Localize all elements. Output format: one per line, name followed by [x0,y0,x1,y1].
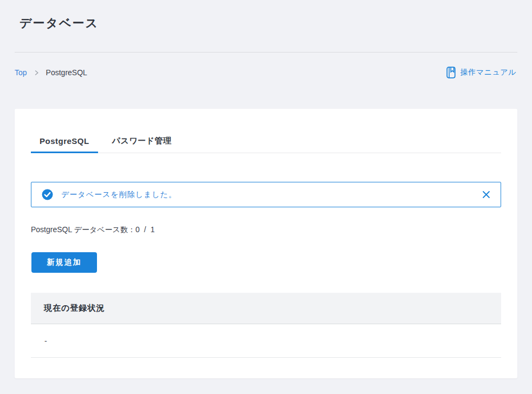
database-count-current: 0 [135,225,140,234]
table-header: 現在の登録状況 [31,293,501,324]
success-alert: データベースを削除しました。 [31,182,501,207]
tab-password-management-label: パスワード管理 [112,136,172,146]
alert-message: データベースを削除しました。 [61,190,177,200]
database-count: PostgreSQL データベース数： 0 / 1 [31,225,501,235]
database-count-separator: / [144,225,146,234]
table-row: - [31,324,501,358]
page-header: データベース [0,0,532,52]
tab-bar: PostgreSQL パスワード管理 [31,109,501,153]
tab-postgresql[interactable]: PostgreSQL [31,129,98,153]
header-divider [15,52,517,52]
page-title: データベース [20,16,517,30]
tab-postgresql-label: PostgreSQL [40,136,89,146]
manual-link[interactable]: 操作マニュアル [446,67,516,78]
table-row-value: - [44,337,47,345]
manual-link-label: 操作マニュアル [460,68,516,77]
database-count-label: PostgreSQL データベース数： [31,225,135,235]
chevron-right-icon [34,70,39,76]
close-icon [482,191,490,199]
breadcrumb-link-top[interactable]: Top [15,68,27,77]
alert-close-button[interactable] [481,189,491,200]
breadcrumb: Top PostgreSQL [15,68,87,77]
registration-status-table: 現在の登録状況 - [31,293,501,358]
database-count-limit: 1 [151,225,155,234]
database-panel: PostgreSQL パスワード管理 データベースを削除しました。 Postgr… [15,109,517,378]
table-header-label: 現在の登録状況 [44,303,105,313]
check-circle-icon [42,189,53,200]
tab-password-management[interactable]: パスワード管理 [103,129,180,153]
breadcrumb-current-postgresql: PostgreSQL [46,68,87,77]
breadcrumb-row: Top PostgreSQL 操作マニュアル [0,67,532,78]
manual-book-icon [446,67,456,78]
add-new-button[interactable]: 新規追加 [31,252,97,273]
